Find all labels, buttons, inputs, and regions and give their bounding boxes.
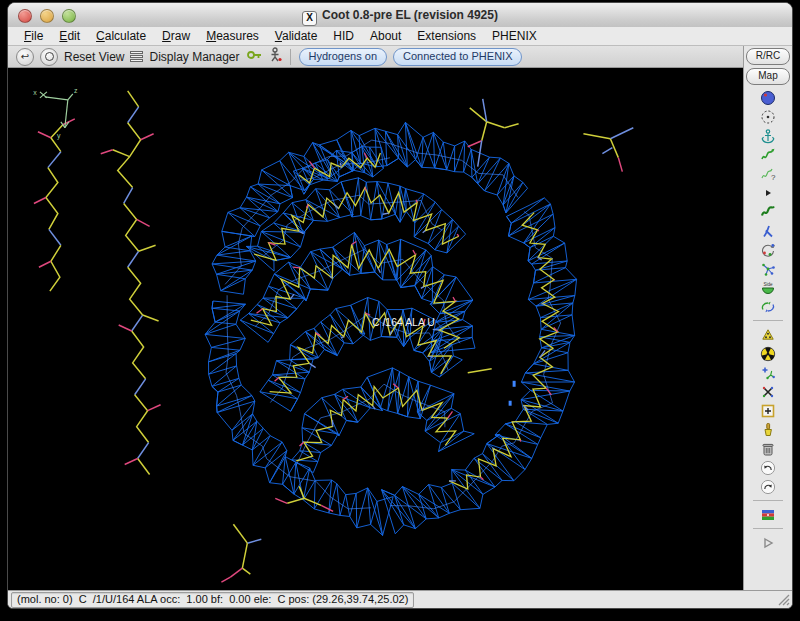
- tool-dashed-circle-button[interactable]: [755, 107, 781, 126]
- add-terminal-residue-icon: [760, 327, 776, 343]
- tool-anchor-button[interactable]: [755, 126, 781, 145]
- rrc-button[interactable]: R/RC: [746, 48, 790, 65]
- undo-icon: [760, 460, 776, 476]
- target-icon: [45, 52, 54, 61]
- menu-item-about[interactable]: About: [362, 29, 409, 43]
- rigid-body-icon: [760, 204, 776, 220]
- close-window-button[interactable]: [18, 9, 32, 23]
- menu-bar: FileEditCalculateDrawMeasuresValidateHID…: [8, 27, 792, 46]
- axis-z-label: z: [74, 87, 78, 94]
- menu-item-draw[interactable]: Draw: [154, 29, 198, 43]
- tool-small-arrow-button[interactable]: [755, 183, 781, 202]
- menu-item-measures[interactable]: Measures: [198, 29, 267, 43]
- tool-place-atom-button[interactable]: [755, 401, 781, 420]
- atom-label: C /164 ALA U: [372, 317, 435, 328]
- svg-text:Side: Side: [763, 281, 773, 286]
- graphics-canvas[interactable]: xzyC /164 ALA U: [8, 68, 743, 590]
- main-toolbar: ↩ Reset View Display Manager Hydrogens o…: [8, 46, 743, 68]
- minimize-window-button[interactable]: [40, 9, 54, 23]
- tool-edit-chi-button[interactable]: Side: [755, 278, 781, 297]
- dashed-circle-icon: [760, 109, 776, 125]
- tool-rigid-body-button[interactable]: [755, 202, 781, 221]
- tool-auto-fit-rotamer-button[interactable]: [755, 240, 781, 259]
- delete-item-icon: [760, 441, 776, 457]
- right-toolbar-separator: [753, 500, 783, 501]
- window-title: XCoot 0.8-pre EL (revision 4925): [8, 3, 792, 27]
- menu-item-phenix[interactable]: PHENIX: [484, 29, 545, 43]
- refine-zone-icon: [760, 147, 776, 163]
- right-toolbar-separator: [753, 320, 783, 321]
- tool-flip-peptide-button[interactable]: [755, 297, 781, 316]
- tool-rotamers-button[interactable]: [755, 259, 781, 278]
- tool-paintbrush-button[interactable]: [755, 420, 781, 439]
- display-manager-icon: [130, 51, 143, 62]
- tool-run-refmac-button[interactable]: [755, 505, 781, 524]
- tool-mutate-autofit-button[interactable]: [755, 344, 781, 363]
- tool-regularize-zone-button[interactable]: ?: [755, 164, 781, 183]
- density-speck: [513, 381, 516, 387]
- menu-item-extensions[interactable]: Extensions: [409, 29, 484, 43]
- mutate-autofit-icon: [760, 346, 776, 362]
- tool-rotate-translate-button[interactable]: [755, 221, 781, 240]
- zoom-window-button[interactable]: [62, 9, 76, 23]
- menu-item-validate[interactable]: Validate: [267, 29, 326, 43]
- tool-refine-zone-button[interactable]: [755, 145, 781, 164]
- play-icon: [760, 535, 776, 551]
- x11-app-icon: X: [302, 11, 317, 26]
- anchor-icon: [760, 128, 776, 144]
- recenter-view-button[interactable]: [40, 48, 58, 66]
- right-toolbar-separator: [753, 528, 783, 529]
- map-button[interactable]: Map: [746, 68, 790, 85]
- right-toolbar-icon-stack: ?Side: [753, 88, 783, 552]
- tool-undo-button[interactable]: [755, 458, 781, 477]
- molecule-scene: xzyC /164 ALA U: [8, 68, 743, 590]
- rotate-translate-icon: [760, 223, 776, 239]
- paintbrush-icon: [760, 422, 776, 438]
- menu-item-file[interactable]: File: [16, 29, 51, 43]
- desktop: XCoot 0.8-pre EL (revision 4925) FileEdi…: [0, 0, 800, 621]
- rotamers-icon: [760, 261, 776, 277]
- person-icon[interactable]: [269, 47, 282, 66]
- resize-grip[interactable]: [777, 593, 790, 606]
- svg-text:?: ?: [771, 172, 776, 181]
- hydrogens-toggle-button[interactable]: Hydrogens on: [299, 48, 388, 66]
- key-icon[interactable]: [246, 48, 263, 66]
- axis-x-label: x: [33, 89, 37, 96]
- flip-peptide-icon: [760, 299, 776, 315]
- tool-redo-button[interactable]: [755, 477, 781, 496]
- tool-play-button[interactable]: [755, 533, 781, 552]
- window-title-text: Coot 0.8-pre EL (revision 4925): [322, 8, 498, 22]
- display-manager-button[interactable]: Display Manager: [149, 50, 239, 64]
- simple-mutate-icon: [760, 384, 776, 400]
- small-arrow-icon: [760, 185, 776, 201]
- place-atom-icon: [760, 403, 776, 419]
- tool-add-terminal-residue-button[interactable]: [755, 325, 781, 344]
- density-speck: [509, 401, 512, 406]
- tool-delete-item-button[interactable]: [755, 439, 781, 458]
- reset-view-button[interactable]: Reset View: [64, 50, 124, 64]
- status-text: (mol. no: 0) C /1/U/164 ALA occ: 1.00 bf…: [11, 592, 414, 608]
- menu-item-calculate[interactable]: Calculate: [88, 29, 154, 43]
- undo-view-button[interactable]: ↩: [16, 48, 34, 66]
- phenix-connection-button[interactable]: Connected to PHENIX: [393, 48, 522, 66]
- traffic-lights: [18, 9, 76, 23]
- status-bar: (mol. no: 0) C /1/U/164 ALA occ: 1.00 bf…: [8, 590, 792, 608]
- back-arrow-icon: ↩: [21, 52, 29, 62]
- tool-globe-button[interactable]: [755, 88, 781, 107]
- menu-item-hid[interactable]: HID: [325, 29, 362, 43]
- auto-fit-rotamer-icon: [760, 242, 776, 258]
- tool-simple-mutate-button[interactable]: [755, 382, 781, 401]
- axis-y-label: y: [57, 132, 61, 140]
- edit-chi-icon: Side: [760, 280, 776, 296]
- right-toolbar: R/RC Map ?Side: [743, 46, 792, 590]
- title-bar[interactable]: XCoot 0.8-pre EL (revision 4925): [8, 3, 792, 28]
- toolbar-separator: [290, 49, 291, 65]
- run-refmac-icon: [760, 507, 776, 523]
- regularize-zone-icon: ?: [760, 166, 776, 182]
- add-alt-conf-icon: [760, 365, 776, 381]
- coot-window: XCoot 0.8-pre EL (revision 4925) FileEdi…: [7, 2, 793, 609]
- globe-icon: [760, 90, 776, 106]
- tool-add-alt-conf-button[interactable]: [755, 363, 781, 382]
- menu-item-edit[interactable]: Edit: [51, 29, 88, 43]
- redo-icon: [760, 479, 776, 495]
